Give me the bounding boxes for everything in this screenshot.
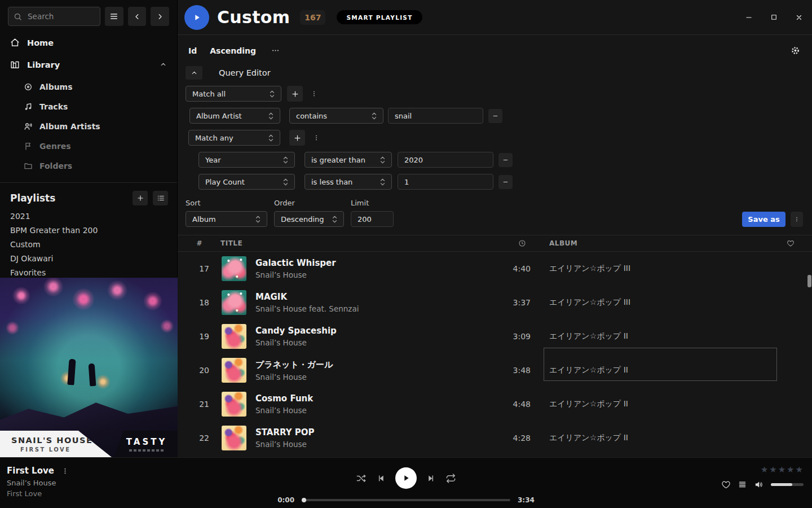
save-options-button[interactable] — [791, 212, 803, 227]
column-header-number[interactable]: # — [178, 239, 210, 247]
add-rule-button[interactable] — [289, 130, 305, 146]
sidebar-item-folders[interactable]: Folders — [0, 156, 177, 176]
track-table: # TITLE ALBUM 17 Galactic WhisperSnail’s… — [178, 235, 812, 451]
group-options-button[interactable] — [310, 130, 323, 146]
seek-bar[interactable] — [302, 499, 510, 501]
star-icon[interactable]: ★ — [769, 465, 777, 475]
sidebar-item-library[interactable]: Library — [0, 54, 177, 76]
playlist-item[interactable]: 2021 — [0, 209, 177, 223]
search-input[interactable] — [27, 11, 89, 21]
track-album[interactable]: エイリアン☆ポップ II — [549, 365, 780, 375]
volume-slider[interactable] — [771, 483, 804, 486]
window-close-button[interactable] — [795, 14, 803, 21]
window-minimize-button[interactable] — [745, 14, 753, 21]
match-type-select[interactable]: Match any — [188, 130, 280, 146]
collapse-query-editor-button[interactable] — [186, 66, 202, 80]
next-track-button[interactable] — [426, 474, 436, 483]
playlist-item[interactable]: BPM Greater than 200 — [0, 223, 177, 237]
track-album[interactable]: エイリアン☆ポップ II — [549, 399, 780, 409]
rule-field-select[interactable]: Year — [198, 152, 295, 168]
chevron-up-icon[interactable] — [160, 61, 167, 68]
queue-button[interactable] — [738, 480, 747, 489]
rule-operator-select[interactable]: contains — [289, 108, 383, 124]
shuffle-button[interactable] — [356, 473, 367, 484]
rule-operator-select[interactable]: is less than — [304, 174, 392, 190]
query-sort-select[interactable]: Album — [186, 211, 267, 227]
previous-track-button[interactable] — [376, 474, 386, 483]
remove-rule-button[interactable] — [488, 109, 502, 123]
repeat-icon — [445, 473, 456, 484]
more-options-button[interactable] — [271, 46, 280, 55]
volume-button[interactable] — [754, 480, 764, 489]
track-album[interactable]: エイリアン☆ポップ II — [549, 433, 780, 443]
star-icon[interactable]: ★ — [796, 465, 804, 475]
query-editor-title: Query Editor — [219, 68, 271, 77]
rule-field-select[interactable]: Play Count — [198, 174, 295, 190]
play-playlist-button[interactable] — [184, 5, 209, 30]
remove-rule-button[interactable] — [498, 153, 513, 167]
star-icon[interactable]: ★ — [761, 465, 769, 475]
folder-icon — [24, 161, 33, 170]
star-icon[interactable]: ★ — [778, 465, 786, 475]
table-row[interactable]: 19 Candy SpaceshipSnail’s House 3:09 エイリ… — [178, 319, 812, 353]
column-header-favorite[interactable] — [780, 239, 812, 247]
sidebar-item-genres[interactable]: Genres — [0, 136, 177, 156]
column-header-title[interactable]: TITLE — [210, 239, 490, 247]
table-row[interactable]: 22 STARRY POPSnail’s House 4:28 エイリアン☆ポッ… — [178, 421, 812, 451]
play-pause-button[interactable] — [395, 467, 417, 489]
settings-button[interactable] — [791, 46, 800, 55]
table-row[interactable]: 17 Galactic WhisperSnail’s House 4:40 エイ… — [178, 252, 812, 286]
rule-value-input[interactable] — [388, 108, 483, 124]
nav-forward-button[interactable] — [151, 7, 169, 26]
sidebar-item-album-artists[interactable]: Album Artists — [0, 116, 177, 136]
chevron-left-icon — [133, 12, 142, 21]
add-rule-button[interactable] — [287, 86, 303, 102]
sidebar-item-albums[interactable]: Albums — [0, 77, 177, 97]
heart-icon — [787, 239, 795, 247]
query-order-select[interactable]: Descending — [274, 211, 344, 227]
table-row[interactable]: 20 プラネット・ガールSnail’s House 3:48 エイリアン☆ポップ… — [178, 353, 812, 387]
star-icon[interactable]: ★ — [787, 465, 795, 475]
seek-handle[interactable] — [302, 498, 306, 502]
limit-input[interactable] — [351, 211, 394, 227]
column-header-album[interactable]: ALBUM — [549, 239, 780, 247]
sidebar-item-label: Home — [27, 38, 54, 47]
track-artist: Snail’s House — [255, 406, 490, 415]
group-options-button[interactable] — [307, 86, 321, 102]
dots-vertical-icon — [313, 134, 320, 142]
menu-button[interactable] — [105, 7, 123, 26]
now-playing-album-art[interactable]: SNAIL'S HOUSE FIRST LOVE TASTY — [0, 278, 178, 457]
rule-value-input[interactable] — [398, 174, 493, 190]
playlist-list-button[interactable] — [153, 191, 168, 205]
save-as-button[interactable]: Save as — [742, 212, 785, 227]
scrollbar-thumb[interactable] — [807, 275, 811, 287]
rule-field-select[interactable]: Album Artist — [189, 108, 280, 124]
select-chevrons-icon — [279, 156, 288, 164]
rule-value-input[interactable] — [398, 152, 493, 168]
add-playlist-button[interactable] — [133, 191, 148, 205]
playlist-item[interactable]: DJ Okawari — [0, 251, 177, 265]
window-maximize-button[interactable] — [770, 14, 778, 21]
search-box[interactable] — [8, 7, 100, 26]
playlist-item[interactable]: Custom — [0, 237, 177, 251]
track-duration: 4:48 — [490, 400, 531, 409]
favorite-button[interactable] — [721, 480, 731, 489]
sidebar-item-tracks[interactable]: Tracks — [0, 97, 177, 116]
sort-direction-button[interactable]: Ascending — [210, 46, 256, 55]
repeat-button[interactable] — [445, 473, 456, 484]
playback-controls — [0, 467, 812, 489]
rule-operator-select[interactable]: is greater than — [304, 152, 392, 168]
match-type-select[interactable]: Match all — [186, 86, 281, 102]
table-row[interactable]: 21 Cosmo FunkSnail’s House 4:48 エイリアン☆ポッ… — [178, 387, 812, 421]
nav-back-button[interactable] — [128, 7, 147, 26]
track-album[interactable]: エイリアン☆ポップ II — [549, 331, 780, 341]
track-album[interactable]: エイリアン☆ポップ III — [549, 297, 780, 308]
sort-field-button[interactable]: Id — [188, 46, 197, 55]
sidebar-item-home[interactable]: Home — [0, 32, 177, 54]
track-album[interactable]: エイリアン☆ポップ III — [549, 264, 780, 274]
remove-rule-button[interactable] — [498, 175, 513, 189]
column-header-duration[interactable] — [518, 239, 531, 247]
list-icon — [157, 194, 165, 202]
track-title: Candy Spaceship — [255, 326, 490, 336]
table-row[interactable]: 18 MAGIKSnail’s House feat. Sennzai 3:37… — [178, 286, 812, 319]
